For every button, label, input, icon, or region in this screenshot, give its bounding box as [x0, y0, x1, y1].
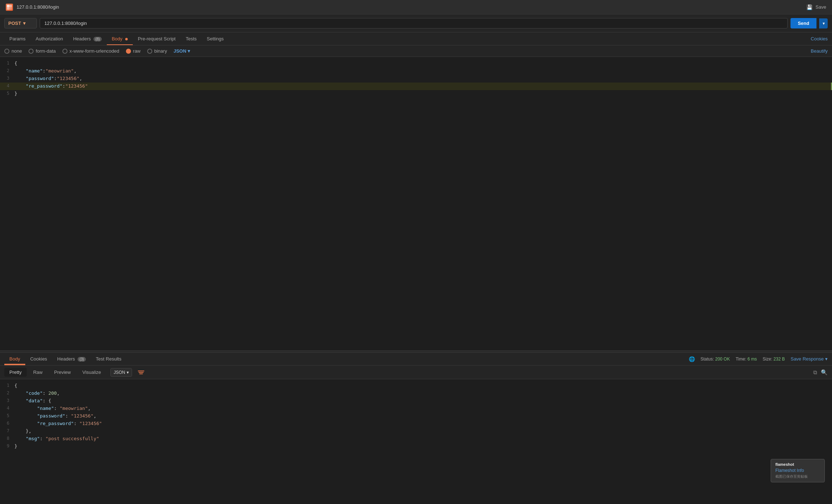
tooltip-sub-text: 截图已保存至剪贴板 [775, 474, 820, 479]
status-label: Status: 200 OK [701, 357, 730, 362]
radio-urlencoded[interactable]: x-www-form-urlencoded [62, 48, 119, 54]
tab-headers[interactable]: Headers (8) [68, 32, 107, 45]
save-label[interactable]: Save [815, 4, 826, 10]
format-tab-raw[interactable]: Raw [28, 368, 48, 377]
tooltip-info-label: Flameshot Info [775, 468, 820, 473]
filter-icon[interactable] [136, 369, 146, 376]
response-tab-cookies[interactable]: Cookies [25, 353, 52, 365]
response-tabs-row: Body Cookies Headers (3) Test Results 🌐 … [0, 353, 832, 366]
method-label: POST [8, 21, 21, 26]
window-title: 127.0.0.1:8080/login [17, 4, 59, 10]
title-bar-left: 127.0.0.1:8080/login [6, 4, 59, 11]
format-tab-visualize[interactable]: Visualize [77, 368, 106, 377]
tab-settings[interactable]: Settings [202, 32, 229, 45]
response-line-6: 6 "re_password": "123456" [0, 420, 832, 428]
svg-rect-0 [7, 5, 9, 7]
tab-body[interactable]: Body [107, 32, 133, 45]
response-line-7: 7 }, [0, 428, 832, 435]
url-bar-area: POST ▾ Send ▾ [0, 14, 832, 32]
svg-rect-1 [9, 5, 12, 7]
format-tab-preview[interactable]: Preview [49, 368, 76, 377]
request-editor-area: 1 { 2 "name":"meowrian", 3 "password":"1… [0, 57, 832, 350]
response-line-3: 3 "data": { [0, 397, 832, 405]
tooltip-title: flameshot [775, 462, 820, 467]
radio-form-data[interactable]: form-data [29, 48, 56, 54]
response-tab-body[interactable]: Body [4, 353, 25, 365]
svg-rect-2 [7, 7, 9, 10]
tab-authorization[interactable]: Authorization [31, 32, 68, 45]
radio-raw[interactable]: raw [126, 48, 141, 54]
body-options-row: none form-data x-www-form-urlencoded raw… [0, 45, 832, 57]
body-active-dot [125, 38, 128, 40]
url-input[interactable] [40, 18, 788, 28]
method-select[interactable]: POST ▾ [4, 18, 37, 28]
cookies-link[interactable]: Cookies [811, 36, 828, 41]
svg-rect-3 [9, 7, 12, 10]
save-response-button[interactable]: Save Response ▾ [791, 356, 828, 362]
format-tab-pretty[interactable]: Pretty [4, 368, 27, 377]
beautify-button[interactable]: Beautify [811, 48, 828, 54]
size-value: 232 B [774, 357, 785, 362]
request-line-4: 4 "re_password":"123456" [0, 83, 832, 90]
request-line-5: 5 } [0, 90, 832, 98]
headers-badge: (8) [93, 37, 101, 41]
response-headers-badge: (3) [78, 357, 86, 362]
status-value: 200 OK [715, 357, 730, 362]
request-line-3: 3 "password":"123456", [0, 75, 832, 83]
copy-icon[interactable]: ⧉ [813, 369, 817, 376]
main-container: POST ▾ Send ▾ Params Authorization Heade… [0, 14, 832, 504]
radio-binary-dot [147, 49, 152, 54]
radio-none-dot [4, 49, 9, 54]
response-tab-headers[interactable]: Headers (3) [52, 353, 91, 365]
response-line-4: 4 "name": "meowrian", [0, 405, 832, 412]
response-line-5: 5 "password": "123456", [0, 412, 832, 420]
time-value: 6 ms [748, 357, 757, 362]
time-info: Time: 6 ms [736, 357, 757, 362]
tab-tests[interactable]: Tests [181, 32, 202, 45]
request-line-2: 2 "name":"meowrian", [0, 67, 832, 75]
response-format-icons: ⧉ 🔍 [813, 369, 828, 376]
title-bar-right: 💾 Save [806, 4, 826, 10]
send-dropdown-button[interactable]: ▾ [819, 18, 828, 28]
radio-raw-dot [126, 49, 131, 54]
response-format-row: Pretty Raw Preview Visualize JSON ▾ ⧉ 🔍 [0, 366, 832, 379]
json-chevron-icon: ▾ [188, 48, 190, 54]
tab-params[interactable]: Params [4, 32, 31, 45]
request-tabs-row: Params Authorization Headers (8) Body Pr… [0, 32, 832, 45]
tab-pre-request-script[interactable]: Pre-request Script [133, 32, 181, 45]
response-line-8: 8 "msg": "post successfully" [0, 435, 832, 443]
response-json-select[interactable]: JSON ▾ [110, 368, 132, 377]
flameshot-tooltip: flameshot Flameshot Info 截图已保存至剪贴板 [771, 459, 825, 482]
request-code-content[interactable]: 1 { 2 "name":"meowrian", 3 "password":"1… [0, 57, 832, 101]
method-chevron-icon: ▾ [23, 21, 26, 26]
response-line-9: 9 } [0, 443, 832, 450]
request-code-editor[interactable]: 1 { 2 "name":"meowrian", 3 "password":"1… [0, 57, 832, 350]
response-code-content[interactable]: 1 { 2 "code": 200, 3 "data": { 4 "name":… [0, 379, 832, 504]
save-response-chevron-icon: ▾ [825, 356, 828, 362]
size-info: Size: 232 B [763, 357, 785, 362]
save-icon: 💾 [806, 4, 813, 10]
search-icon[interactable]: 🔍 [821, 369, 828, 376]
request-line-1: 1 { [0, 60, 832, 67]
globe-icon: 🌐 [689, 356, 695, 362]
response-status-info: 🌐 Status: 200 OK Time: 6 ms Size: 232 B … [689, 356, 828, 362]
radio-form-data-dot [29, 49, 34, 54]
response-tab-test-results[interactable]: Test Results [91, 353, 127, 365]
radio-binary[interactable]: binary [147, 48, 167, 54]
response-line-1: 1 { [0, 382, 832, 390]
title-bar: 127.0.0.1:8080/login 💾 Save [0, 0, 832, 14]
radio-none[interactable]: none [4, 48, 22, 54]
send-button[interactable]: Send [791, 18, 816, 28]
response-line-2: 2 "code": 200, [0, 390, 832, 397]
response-area: Body Cookies Headers (3) Test Results 🌐 … [0, 353, 832, 504]
json-format-chevron-icon: ▾ [127, 370, 129, 375]
app-icon [6, 4, 13, 11]
radio-urlencoded-dot [62, 49, 67, 54]
json-format-select[interactable]: JSON ▾ [174, 48, 190, 54]
